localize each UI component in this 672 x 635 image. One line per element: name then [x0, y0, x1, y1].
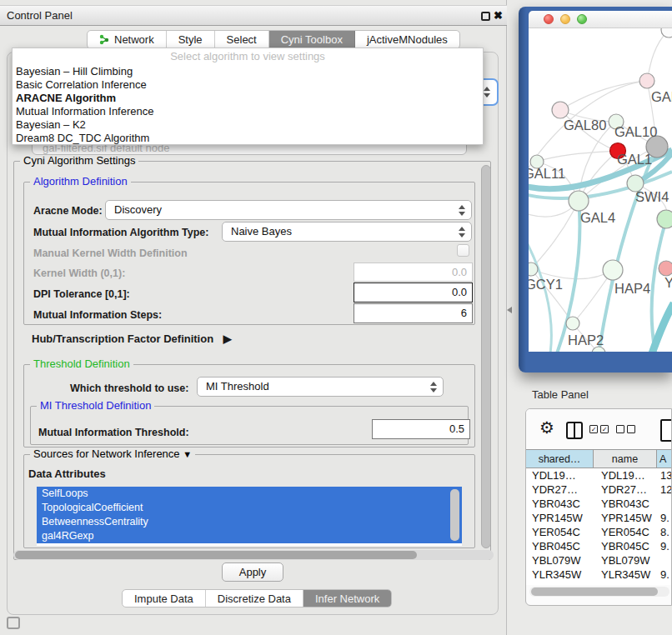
column-header-clipped[interactable]: A	[657, 450, 672, 468]
tab-impute-data-label: Impute Data	[134, 592, 193, 605]
cell: YLR345W	[526, 568, 594, 582]
table-header-row: shared… name A	[526, 449, 672, 468]
tab-impute-data[interactable]: Impute Data	[123, 590, 206, 607]
table-row[interactable]: YIL052CYIL052C9	[526, 582, 672, 585]
columns-icon[interactable]	[566, 422, 583, 439]
mi-steps-field[interactable]: 6	[354, 303, 473, 323]
table-panel: ⚙ ✓ ✓ shared… name A YDL19…YDL19…13 YDR2…	[525, 408, 672, 606]
algorithm-item[interactable]: Bayesian – Hill Climbing	[13, 65, 483, 78]
node-hap2[interactable]	[566, 317, 579, 330]
algorithm-item[interactable]: Dream8 DC_TDC Algorithm	[13, 132, 483, 145]
network-canvas[interactable]: GAL GAL80 GAL10 GAL1 SWI4 GAL11 GAL4 GCY…	[529, 28, 672, 352]
algorithm-definition-title: Algorithm Definition	[30, 176, 131, 188]
attribute-item[interactable]: SelfLoops	[37, 487, 462, 501]
gear-icon[interactable]: ⚙	[539, 418, 554, 438]
node-y[interactable]	[659, 261, 672, 276]
attribute-item[interactable]: BetweennessCentrality	[37, 515, 462, 529]
float-panel-icon[interactable]	[481, 12, 490, 21]
node-label: HAP2	[568, 332, 604, 348]
tab-discretize-data-label: Discretize Data	[218, 592, 291, 605]
apply-button[interactable]: Apply	[222, 562, 283, 582]
table-row[interactable]: YDR27…YDR27…12	[526, 482, 672, 497]
scrollbar-thumb[interactable]	[15, 551, 417, 559]
scrollbar-thumb[interactable]	[531, 588, 658, 596]
table-horizontal-scrollbar[interactable]	[529, 587, 669, 597]
control-panel: Control Panel ✖ Network Style Select Cyn…	[0, 0, 507, 635]
node-label: GAL80	[564, 118, 606, 132]
node-gal[interactable]	[639, 73, 654, 88]
cell: YPR145W	[526, 511, 594, 525]
expand-right-icon: ▶	[223, 332, 232, 345]
node[interactable]	[657, 210, 672, 228]
tab-network[interactable]: Network	[88, 31, 167, 48]
network-window-titlebar[interactable]	[529, 11, 672, 28]
split-pane-collapse-icon[interactable]	[507, 307, 512, 313]
algorithm-item[interactable]: Basic Correlation Inference	[13, 78, 483, 92]
bottom-tab-bar: Impute Data Discretize Data Infer Networ…	[122, 589, 392, 608]
cell: 9.	[657, 511, 672, 525]
kernel-width-field[interactable]: 0.0	[354, 262, 473, 282]
table-row[interactable]: YLR345WYLR345W9.	[526, 568, 672, 582]
aracne-mode-combo[interactable]: Discovery	[105, 200, 472, 220]
close-window-icon[interactable]	[544, 14, 554, 24]
zoom-window-icon[interactable]	[577, 14, 587, 24]
column-header-name[interactable]: name	[594, 450, 657, 468]
table-row[interactable]: YDL19…YDL19…13	[526, 468, 672, 482]
hub-definition-toggle[interactable]: Hub/Transcription Factor Definition ▶	[32, 332, 232, 345]
settings-vertical-scrollbar[interactable]	[481, 165, 491, 548]
tab-infer-network[interactable]: Infer Network	[303, 590, 391, 607]
deselect-all-icon[interactable]	[627, 425, 635, 433]
table-options-icon[interactable]	[660, 419, 672, 442]
cell: 9	[657, 582, 672, 585]
deselect-all-icon[interactable]	[616, 425, 624, 433]
dpi-tolerance-value: 0.0	[452, 286, 467, 298]
select-all-icon[interactable]: ✓	[600, 425, 609, 433]
collapsed-panel-icon[interactable]	[7, 617, 20, 629]
network-icon	[99, 34, 110, 45]
cell: YBR043C	[594, 497, 657, 511]
algorithm-item-selected[interactable]: ARACNE Algorithm	[13, 92, 483, 105]
which-threshold-combo[interactable]: MI Threshold	[197, 377, 444, 397]
settings-horizontal-scrollbar[interactable]	[13, 550, 494, 560]
manual-kernel-checkbox[interactable]	[457, 244, 469, 257]
algorithm-item[interactable]: Bayesian – K2	[13, 118, 483, 132]
table-row[interactable]: YPR145WYPR145W9.	[526, 511, 672, 525]
tab-cyni-toolbox[interactable]: Cyni Toolbox	[269, 31, 355, 48]
table-row[interactable]: YBL079WYBL079W	[526, 553, 672, 568]
node-gal80[interactable]	[552, 102, 569, 118]
table-row[interactable]: YER054CYER054C8.	[526, 525, 672, 539]
stepper-arrows-icon	[459, 227, 465, 238]
table-row[interactable]: YBR045CYBR045C9.	[526, 539, 672, 553]
attribute-item[interactable]: TopologicalCoefficient	[37, 501, 462, 515]
cell: YBR043C	[526, 497, 594, 511]
node-gal4[interactable]	[569, 191, 589, 211]
tab-select[interactable]: Select	[215, 31, 269, 48]
node-label: SWI4	[635, 189, 669, 204]
select-all-icon[interactable]: ✓	[589, 425, 598, 433]
minimize-window-icon[interactable]	[560, 14, 570, 24]
tab-discretize-data[interactable]: Discretize Data	[206, 590, 303, 607]
tab-jactivemnodules[interactable]: jActiveMNodules	[355, 31, 459, 48]
node-label: GAL11	[529, 166, 565, 181]
mi-threshold-field[interactable]: 0.5	[372, 419, 470, 439]
algorithm-item[interactable]: Mutual Information Inference	[13, 105, 483, 118]
node-hap4[interactable]	[603, 260, 623, 280]
mi-type-combo[interactable]: Naive Bayes	[222, 222, 472, 242]
cell: YBR045C	[526, 539, 594, 553]
list-scrollbar[interactable]	[450, 489, 459, 541]
settings-group-title: Cyni Algorithm Settings	[20, 155, 138, 167]
dpi-tolerance-field[interactable]: 0.0	[354, 282, 473, 302]
tab-style[interactable]: Style	[167, 31, 215, 48]
close-panel-icon[interactable]: ✖	[494, 6, 503, 26]
cell: YDL19…	[526, 468, 594, 482]
tab-style-label: Style	[178, 33, 203, 46]
table-row[interactable]: YBR043CYBR043C	[526, 497, 672, 511]
sources-group-title[interactable]: Sources for Network Inference ▼	[30, 448, 195, 460]
node-gcy1[interactable]	[529, 262, 538, 276]
cell	[657, 553, 672, 568]
cell	[657, 497, 672, 511]
attribute-item[interactable]: gal4RGexp	[37, 529, 462, 543]
mi-threshold-value: 0.5	[449, 422, 464, 435]
cell: YIL052C	[526, 582, 594, 585]
column-header-shared[interactable]: shared…	[526, 450, 594, 468]
